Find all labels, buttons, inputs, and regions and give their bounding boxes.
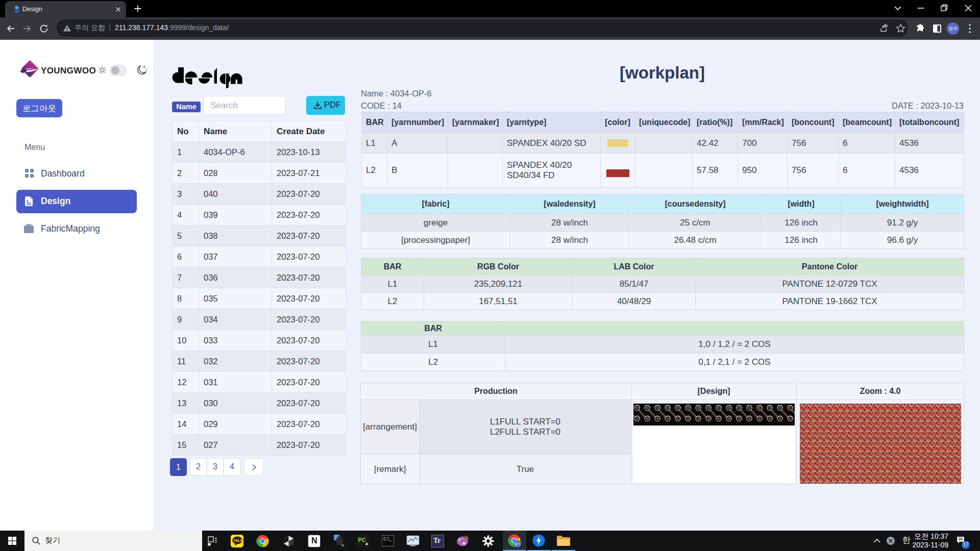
- svg-text:TALK: TALK: [233, 539, 242, 542]
